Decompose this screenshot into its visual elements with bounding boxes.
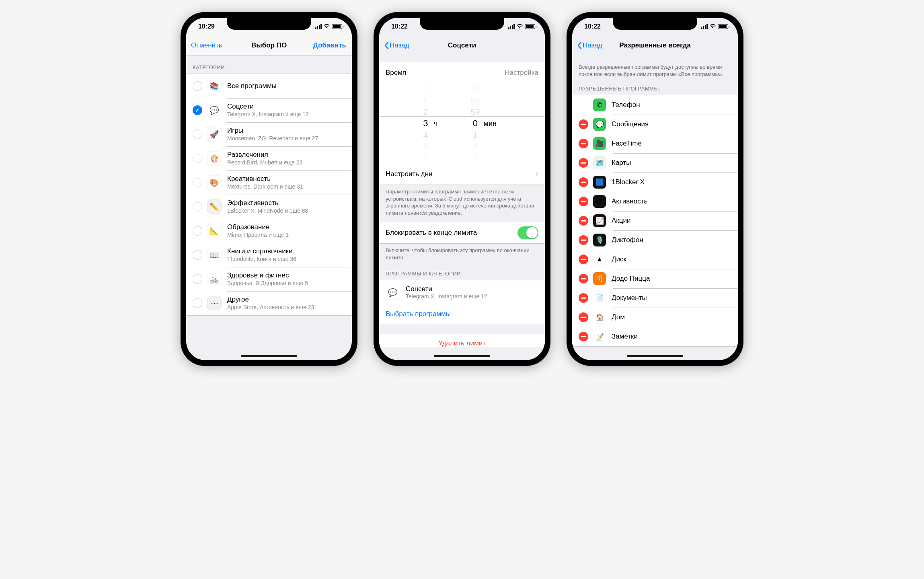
category-icon: ⋯ xyxy=(207,296,222,310)
app-label: Телефон xyxy=(612,101,640,109)
app-icon-maps: 🗺️ xyxy=(593,156,606,169)
time-picker[interactable]: 012 3 456 ч 575859 0 123 мин xyxy=(379,83,545,164)
block-label: Блокировать в конце лимита xyxy=(386,229,477,237)
radio-social[interactable] xyxy=(193,105,202,115)
remove-button-dodo[interactable] xyxy=(579,274,588,283)
category-title: Эффективность xyxy=(227,199,308,207)
category-row-health[interactable]: 🚲Здоровье и фитнесЗдоровье, Я.Здоровье и… xyxy=(186,267,352,291)
choose-apps-button[interactable]: Выбрать программы xyxy=(379,304,545,324)
category-subtitle: Mextures, Darkroom и еще 31 xyxy=(227,183,303,190)
time-row: Время Настройка xyxy=(379,62,545,83)
category-row-creativity[interactable]: 🎨КреативностьMextures, Darkroom и еще 31 xyxy=(186,170,352,195)
radio-creativity[interactable] xyxy=(193,178,202,187)
app-icon-home: 🏠 xyxy=(593,311,606,324)
radio-games[interactable] xyxy=(193,129,202,139)
allowed-row-docs[interactable]: 📄Документы xyxy=(572,288,738,308)
allowed-row-stocks[interactable]: 📈Акции xyxy=(572,211,738,230)
nav-title: Разрешенные всегда xyxy=(619,41,691,49)
category-row-social[interactable]: 💬СоцсетиTelegram X, Instagram и еще 12 xyxy=(186,98,352,122)
app-label: Диктофон xyxy=(612,236,643,244)
allowed-row-drive[interactable]: ▲Диск xyxy=(572,250,738,269)
social-icon: 💬 xyxy=(386,285,400,300)
chevron-right-icon: › xyxy=(536,169,538,179)
block-footer: Включите, чтобы блокировать эту программ… xyxy=(379,244,545,267)
category-row-productivity[interactable]: ✏️Эффективность1Blocker X, MindNode и ещ… xyxy=(186,195,352,219)
app-icon-drive: ▲ xyxy=(593,253,606,266)
remove-button-home[interactable] xyxy=(579,312,588,322)
app-label: Диск xyxy=(612,255,626,263)
remove-button-facetime[interactable] xyxy=(579,139,588,148)
category-item-social[interactable]: 💬 Соцсети Telegram X, Instagram и еще 12 xyxy=(379,280,545,304)
app-icon-docs: 📄 xyxy=(593,292,606,304)
category-subtitle: Mooseman, ZG: Revenant и еще 27 xyxy=(227,135,318,142)
category-row-books[interactable]: 📖Книги и справочникиTheodolite, Книги и … xyxy=(186,243,352,267)
app-icon-dodo: 🍕 xyxy=(593,272,606,285)
allowed-row-notes[interactable]: 📝Заметки xyxy=(572,327,738,346)
remove-button-docs[interactable] xyxy=(579,293,588,303)
radio-education[interactable] xyxy=(193,226,202,236)
cancel-button[interactable]: Отменить xyxy=(191,41,222,49)
wifi-icon xyxy=(323,23,330,30)
category-icon: 🚀 xyxy=(207,127,222,142)
radio-all-apps[interactable] xyxy=(193,81,202,91)
radio-books[interactable] xyxy=(193,250,202,260)
allowed-row-1blocker[interactable]: 🟦1Blocker X xyxy=(572,172,738,192)
remove-button-stocks[interactable] xyxy=(579,216,588,226)
allowed-row-home[interactable]: 🏠Дом xyxy=(572,308,738,327)
remove-button-notes[interactable] xyxy=(579,332,588,341)
app-label: Дом xyxy=(612,313,625,321)
battery-icon xyxy=(525,24,535,29)
radio-productivity[interactable] xyxy=(193,202,202,211)
remove-button-voice-memos[interactable] xyxy=(579,235,588,245)
allowed-header: РАЗРЕШЕННЫЕ ПРОГРАММЫ: xyxy=(572,83,738,95)
allowed-row-maps[interactable]: 🗺️Карты xyxy=(572,153,738,172)
remove-button-messages[interactable] xyxy=(579,119,588,129)
app-label: Заметки xyxy=(612,333,638,341)
home-indicator[interactable] xyxy=(241,355,297,357)
back-button[interactable]: Назад xyxy=(384,41,409,49)
notch xyxy=(227,18,311,30)
category-subtitle: Telegram X, Instagram и еще 12 xyxy=(227,111,309,118)
notch xyxy=(613,18,697,30)
wifi-icon xyxy=(709,23,716,30)
phone-2: 10:22 Назад Соцсети Время Настройка xyxy=(374,12,550,366)
app-icon-notes: 📝 xyxy=(593,330,606,343)
category-subtitle: Theodolite, Книги и еще 36 xyxy=(227,256,296,263)
category-row-games[interactable]: 🚀ИгрыMooseman, ZG: Revenant и еще 27 xyxy=(186,122,352,146)
hours-unit: ч xyxy=(434,119,437,128)
category-row-other[interactable]: ⋯ДругоеApple Store, Активность и еще 23 xyxy=(186,291,352,315)
category-icon: 🚲 xyxy=(207,272,222,286)
app-label: Акции xyxy=(612,217,631,225)
radio-health[interactable] xyxy=(193,274,202,284)
allowed-row-voice-memos[interactable]: 🎙️Диктофон xyxy=(572,230,738,250)
allowed-row-phone[interactable]: ✆Телефон xyxy=(572,95,738,115)
block-at-end-row[interactable]: Блокировать в конце лимита xyxy=(379,222,545,243)
allowed-row-dodo[interactable]: 🍕Додо Пицца xyxy=(572,269,738,288)
home-indicator[interactable] xyxy=(627,355,683,357)
back-button[interactable]: Назад xyxy=(577,41,602,49)
remove-button-maps[interactable] xyxy=(579,158,588,168)
remove-button-activity[interactable] xyxy=(579,197,588,206)
delete-limit-button[interactable]: Удалить лимит xyxy=(379,334,545,347)
status-time: 10:29 xyxy=(198,23,215,30)
category-row-entertainment[interactable]: 🍿РазвлеченияRecord Bird, Mubert и еще 23 xyxy=(186,146,352,170)
category-title: Креативность xyxy=(227,175,303,183)
category-subtitle: Telegram X, Instagram и еще 12 xyxy=(406,293,487,300)
battery-icon xyxy=(332,24,342,29)
block-toggle[interactable] xyxy=(517,226,538,239)
category-icon: 🎨 xyxy=(207,175,222,190)
add-button[interactable]: Добавить xyxy=(313,41,346,49)
home-indicator[interactable] xyxy=(434,355,490,357)
allowed-row-activity[interactable]: ◎Активность xyxy=(572,192,738,211)
app-icon-1blocker: 🟦 xyxy=(593,176,606,189)
remove-button-1blocker[interactable] xyxy=(579,177,588,187)
category-subtitle: Mimo, Правила и еще 1 xyxy=(227,232,289,238)
allowed-row-facetime[interactable]: 🎥FaceTime xyxy=(572,134,738,153)
customize-days-row[interactable]: Настроить дни › xyxy=(379,164,545,185)
remove-button-drive[interactable] xyxy=(579,255,588,264)
radio-entertainment[interactable] xyxy=(193,154,202,163)
radio-other[interactable] xyxy=(193,298,202,308)
category-row-education[interactable]: 📐ОбразованиеMimo, Правила и еще 1 xyxy=(186,219,352,243)
category-row-all-apps[interactable]: 📚Все программы xyxy=(186,74,352,98)
allowed-row-messages[interactable]: 💬Сообщения xyxy=(572,115,738,134)
